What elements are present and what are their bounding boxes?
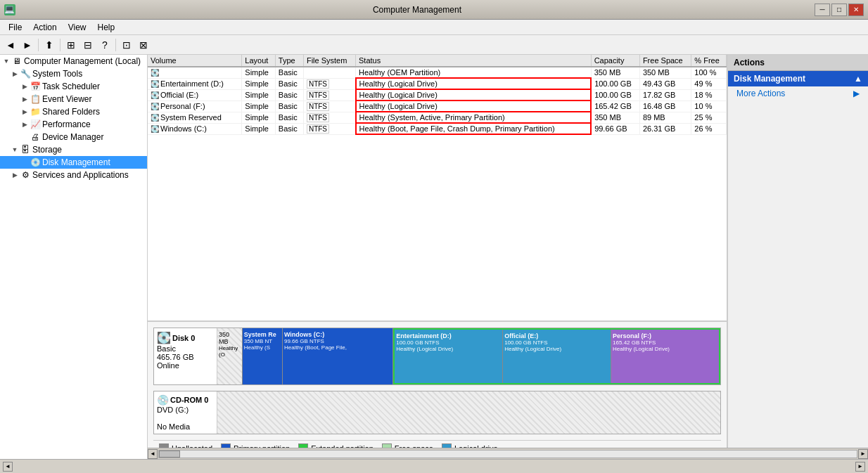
scroll-thumb[interactable] [159, 451, 180, 458]
tree-item-performance[interactable]: ▶ 📈 Performance [0, 118, 147, 131]
partition-system-reserved[interactable]: System Re 350 MB NT Healthy (S [243, 328, 283, 384]
cell-pctfree: 18 % [691, 89, 727, 101]
more-actions-link[interactable]: More Actions ▶ [728, 86, 868, 101]
table-row[interactable]: 💽 Personal (F:) SimpleBasicNTFSHealthy (… [148, 101, 727, 112]
col-layout[interactable]: Layout [242, 55, 276, 67]
extended-partition: Entertainment (D:) 100.00 GB NTFS Health… [393, 328, 720, 384]
export-button[interactable]: ⊡ [119, 37, 134, 53]
tree-panel: ▼ 🖥 Computer Management (Local) ▶ 🔧 Syst… [0, 55, 148, 459]
tree-label: Task Scheduler [42, 82, 100, 91]
table-header-row: Volume Layout Type File System Status Ca… [148, 55, 727, 67]
ntfs-badge: NTFS [307, 124, 329, 134]
table-row[interactable]: 💽 Official (E:) SimpleBasicNTFSHealthy (… [148, 89, 727, 101]
tree-item-shared-folders[interactable]: ▶ 📁 Shared Folders [0, 105, 147, 118]
cdrom0-name: CD-ROM 0 [170, 396, 208, 404]
forward-button[interactable]: ► [20, 37, 35, 53]
help-button[interactable]: ? [97, 37, 113, 53]
close-button[interactable]: ✕ [848, 4, 864, 16]
scroll-track[interactable] [158, 450, 857, 458]
tree-item-root[interactable]: ▼ 🖥 Computer Management (Local) [0, 55, 147, 67]
tree-item-disk-management[interactable]: 💿 Disk Management [0, 156, 147, 169]
cell-capacity: 100.00 GB [591, 78, 639, 89]
col-type[interactable]: Type [275, 55, 303, 67]
scroll-left-btn[interactable]: ◄ [148, 449, 158, 459]
partition-official-e[interactable]: Official (E:) 100.00 GB NTFS Healthy (Lo… [503, 330, 611, 383]
cell-status: Healthy (Logical Drive) [356, 78, 592, 89]
cdrom0-type: DVD (G:) [157, 406, 214, 414]
cell-layout: Simple [242, 67, 276, 78]
services-icon: ⚙ [20, 169, 31, 181]
window-title: Computer Management [20, 5, 815, 15]
cell-pctfree: 49 % [691, 78, 727, 89]
scroll-right-btn[interactable]: ► [858, 449, 868, 459]
up-button[interactable]: ⬆ [42, 37, 57, 53]
actions-section-label: Disk Management [734, 74, 805, 84]
cell-layout: Simple [242, 123, 276, 134]
menu-file[interactable]: File [3, 21, 27, 34]
cell-volume: 💽 System Reserved [148, 112, 242, 123]
table-row[interactable]: 💽 System Reserved SimpleBasicNTFSHealthy… [148, 112, 727, 123]
expand-icon: ▶ [20, 121, 30, 128]
tree-label: Performance [42, 119, 91, 129]
system-tools-icon: 🔧 [20, 68, 31, 79]
show-hide-button[interactable]: ⊞ [63, 37, 79, 53]
col-filesystem[interactable]: File System [303, 55, 355, 67]
table-row[interactable]: 💽 SimpleBasicHealthy (OEM Partition)350 … [148, 67, 727, 78]
table-row[interactable]: 💽 Entertainment (D:) SimpleBasicNTFSHeal… [148, 78, 727, 89]
menu-help[interactable]: Help [92, 21, 121, 34]
expand-icon: ▶ [20, 83, 30, 90]
tree-item-task-scheduler[interactable]: ▶ 📅 Task Scheduler [0, 80, 147, 93]
col-volume[interactable]: Volume [148, 55, 242, 67]
partition-windows-c[interactable]: Windows (C:) 99.66 GB NTFS Healthy (Boot… [283, 328, 393, 384]
col-pctfree[interactable]: % Free [691, 55, 727, 67]
device-manager-icon: 🖨 [30, 131, 41, 143]
status-scroll-left[interactable]: ◄ [3, 462, 13, 472]
col-capacity[interactable]: Capacity [591, 55, 639, 67]
cell-filesystem: NTFS [303, 89, 355, 101]
cell-capacity: 99.66 GB [591, 123, 639, 134]
right-panel: Volume Layout Type File System Status Ca… [148, 55, 868, 459]
cell-status: Healthy (System, Active, Primary Partiti… [356, 112, 592, 123]
col-status[interactable]: Status [356, 55, 592, 67]
menu-view[interactable]: View [63, 21, 92, 34]
minimize-button[interactable]: ─ [815, 4, 830, 16]
cell-freespace: 49.43 GB [639, 78, 691, 89]
expand-icon: ▶ [20, 96, 30, 103]
content-area: Volume Layout Type File System Status Ca… [148, 55, 868, 448]
properties-button[interactable]: ⊟ [80, 37, 96, 53]
tree-item-system-tools[interactable]: ▶ 🔧 System Tools [0, 67, 147, 80]
cdrom0-label: 💿 CD-ROM 0 DVD (G:) No Media [154, 391, 217, 434]
cell-filesystem: NTFS [303, 123, 355, 134]
cell-volume: 💽 Personal (F:) [148, 101, 242, 112]
tree-item-services[interactable]: ▶ ⚙ Services and Applications [0, 169, 147, 181]
status-scroll-right[interactable]: ► [855, 462, 865, 472]
cell-type: Basic [275, 89, 303, 101]
table-row[interactable]: 💽 Windows (C:) SimpleBasicNTFSHealthy (B… [148, 123, 727, 134]
menu-action[interactable]: Action [27, 21, 62, 34]
tree-item-storage[interactable]: ▼ 🗄 Storage [0, 143, 147, 156]
options-button[interactable]: ⊠ [136, 37, 151, 53]
cell-layout: Simple [242, 112, 276, 123]
partition-entertainment-d[interactable]: Entertainment (D:) 100.00 GB NTFS Health… [395, 330, 503, 383]
partition-personal-f[interactable]: Personal (F:) 165.42 GB NTFS Healthy (Lo… [611, 330, 719, 383]
restore-button[interactable]: □ [831, 4, 847, 16]
cell-status: Healthy (Boot, Page File, Crash Dump, Pr… [356, 123, 592, 134]
partition-unallocated[interactable]: 350 MB Healthy (O [217, 328, 243, 384]
disk0-icon: 💽 [157, 331, 171, 344]
tree-label: System Tools [32, 69, 82, 79]
toolbar-separator3 [115, 39, 116, 51]
cell-layout: Simple [242, 101, 276, 112]
cell-capacity: 100.00 GB [591, 89, 639, 101]
status-bar: ◄ ► [0, 459, 868, 473]
cell-pctfree: 25 % [691, 112, 727, 123]
app-icon: 💻 [4, 4, 15, 15]
col-freespace[interactable]: Free Space [639, 55, 691, 67]
disk0-type: Basic [157, 344, 214, 353]
back-button[interactable]: ◄ [3, 37, 18, 53]
center-panel: Volume Layout Type File System Status Ca… [148, 55, 727, 448]
cell-filesystem: NTFS [303, 78, 355, 89]
disk0-status: Online [157, 361, 214, 370]
tree-item-event-viewer[interactable]: ▶ 📋 Event Viewer [0, 93, 147, 105]
shared-folders-icon: 📁 [30, 106, 41, 117]
tree-item-device-manager[interactable]: 🖨 Device Manager [0, 131, 147, 143]
